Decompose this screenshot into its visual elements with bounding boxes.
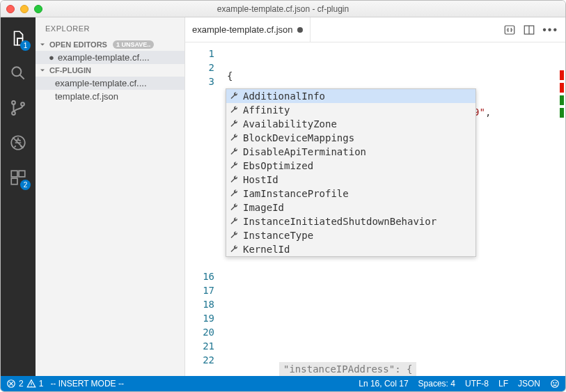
svg-point-2 <box>12 111 15 115</box>
sidebar-title: EXPLORER <box>36 17 184 38</box>
extensions-badge: 2 <box>20 180 31 190</box>
autocomplete-item-label: AdditionalInfo <box>243 91 325 102</box>
autocomplete-item[interactable]: DisableApiTermination <box>226 145 475 159</box>
language-status[interactable]: JSON <box>518 379 540 389</box>
autocomplete-item[interactable]: BlockDeviceMappings <box>226 131 475 145</box>
code-editor[interactable]: 1 2 3 16 17 18 19 20 21 22 { "AWSTemplat… <box>185 42 565 376</box>
autocomplete-item-label: DisableApiTermination <box>243 146 366 157</box>
autocomplete-item[interactable]: InstanceType <box>226 228 475 242</box>
autocomplete-item[interactable]: AdditionalInfo <box>226 89 475 103</box>
autocomplete-item-label: InstanceType <box>243 230 313 241</box>
editor-tab[interactable]: example-template.cf.json <box>185 17 310 42</box>
autocomplete-item[interactable]: AvailabilityZone <box>226 117 475 131</box>
extensions-tab[interactable]: 2 <box>1 162 35 193</box>
tab-bar: example-template.cf.json ••• <box>185 17 565 42</box>
overview-ruler <box>560 70 564 118</box>
svg-point-13 <box>556 382 556 383</box>
autocomplete-item-label: InstanceInitiatedShutdownBehavior <box>243 216 437 227</box>
modified-dot-icon: ● <box>48 52 55 63</box>
search-tab[interactable] <box>1 58 35 88</box>
svg-point-12 <box>553 382 554 383</box>
wrench-icon <box>229 230 239 240</box>
svg-point-11 <box>551 380 559 388</box>
autocomplete-item-label: KernelId <box>243 244 290 255</box>
open-editors-header[interactable]: OPEN EDITORS 1 UNSAVE.. <box>36 38 184 51</box>
explorer-tab[interactable]: 1 <box>1 23 35 54</box>
status-bar: 2 1 -- INSERT MODE -- Ln 16, Col 17 Spac… <box>1 376 565 391</box>
svg-point-0 <box>12 67 21 76</box>
autocomplete-item-label: BlockDeviceMappings <box>243 132 354 143</box>
autocomplete-item-label: Affinity <box>243 104 290 116</box>
svg-rect-7 <box>11 178 17 185</box>
open-editors-label: OPEN EDITORS <box>49 40 107 49</box>
wrench-icon <box>229 119 239 129</box>
wrench-icon <box>229 189 239 198</box>
autocomplete-item-label: IamInstanceProfile <box>243 188 349 199</box>
problems-status[interactable]: 2 1 <box>6 379 43 389</box>
more-actions-icon[interactable]: ••• <box>542 24 558 36</box>
autocomplete-item-label: HostId <box>243 174 278 185</box>
search-icon <box>9 64 27 82</box>
wrench-icon <box>229 133 239 143</box>
open-editor-label: example-template.cf.... <box>58 52 150 63</box>
sidebar: EXPLORER OPEN EDITORS 1 UNSAVE.. ● examp… <box>36 17 185 376</box>
split-editor-icon[interactable] <box>523 24 535 36</box>
svg-point-1 <box>12 101 15 104</box>
autocomplete-item[interactable]: Affinity <box>226 103 475 117</box>
window-title: example-template.cf.json - cf-plugin <box>1 4 565 14</box>
encoding-status[interactable]: UTF-8 <box>465 379 489 389</box>
debug-tab[interactable] <box>1 127 35 158</box>
branch-icon <box>9 99 27 117</box>
autocomplete-popup: AdditionalInfoAffinityAvailabilityZoneBl… <box>226 88 476 257</box>
file-item[interactable]: template.cf.json <box>36 90 184 103</box>
autocomplete-item[interactable]: EbsOptimized <box>226 159 475 173</box>
autocomplete-item[interactable]: KernelId <box>226 242 475 256</box>
open-editor-item[interactable]: ● example-template.cf.... <box>36 51 184 64</box>
compare-changes-icon[interactable] <box>503 24 516 36</box>
file-label: template.cf.json <box>55 91 118 102</box>
tab-actions: ••• <box>496 17 565 42</box>
wrench-icon <box>229 147 239 157</box>
autocomplete-item[interactable]: InstanceInitiatedShutdownBehavior <box>226 214 475 228</box>
autocomplete-item[interactable]: ImageId <box>226 201 475 214</box>
wrench-icon <box>229 217 239 226</box>
wrench-icon <box>229 91 239 101</box>
chevron-down-icon <box>38 66 47 75</box>
folder-header[interactable]: CF-PLUGIN <box>36 64 184 77</box>
svg-rect-6 <box>19 171 25 177</box>
modified-dot-icon <box>297 27 303 33</box>
autocomplete-item[interactable]: HostId <box>226 173 475 187</box>
wrench-icon <box>229 244 239 254</box>
activity-bar: 1 2 <box>1 17 36 376</box>
svg-point-3 <box>21 102 24 106</box>
wrench-icon <box>229 105 239 115</box>
line-number-gutter: 1 2 3 16 17 18 19 20 21 22 <box>185 42 227 376</box>
file-label: example-template.cf.... <box>55 78 147 88</box>
indent-status[interactable]: Spaces: 4 <box>418 379 455 389</box>
autocomplete-item-label: AvailabilityZone <box>243 118 337 130</box>
wrench-icon <box>229 203 239 212</box>
tab-label: example-template.cf.json <box>192 24 293 35</box>
vim-mode-status[interactable]: -- INSERT MODE -- <box>50 379 124 389</box>
folder-label: CF-PLUGIN <box>49 66 91 75</box>
feedback-icon[interactable] <box>550 379 560 389</box>
autocomplete-item-label: ImageId <box>243 202 284 213</box>
no-bug-icon <box>9 134 27 152</box>
eol-status[interactable]: LF <box>498 379 508 389</box>
close-window-button[interactable] <box>6 5 15 13</box>
editor-area: example-template.cf.json ••• 1 2 3 16 17… <box>185 17 565 376</box>
wrench-icon <box>229 161 239 171</box>
cursor-position-status[interactable]: Ln 16, Col 17 <box>359 379 408 389</box>
unsaved-badge: 1 UNSAVE.. <box>113 40 154 49</box>
svg-rect-5 <box>11 171 17 177</box>
titlebar: example-template.cf.json - cf-plugin <box>1 1 565 17</box>
smiley-icon <box>550 379 560 389</box>
file-item[interactable]: example-template.cf.... <box>36 77 184 90</box>
minimize-window-button[interactable] <box>20 5 29 13</box>
scm-tab[interactable] <box>1 93 35 123</box>
maximize-window-button[interactable] <box>34 5 42 13</box>
window-controls <box>6 5 42 13</box>
chevron-down-icon <box>38 40 47 49</box>
autocomplete-item[interactable]: IamInstanceProfile <box>226 187 475 201</box>
peek-next-line: "instanceIPAddress": { <box>279 362 416 376</box>
